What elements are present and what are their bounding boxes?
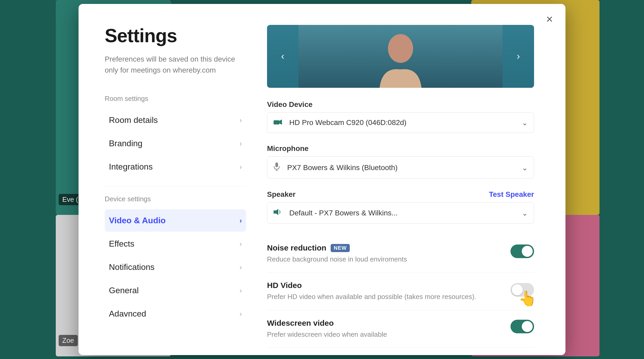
speaker-label-row: Speaker Test Speaker [267, 190, 534, 199]
close-button[interactable]: × [546, 13, 553, 25]
microphone-icon [274, 162, 280, 173]
toggle-knob [522, 246, 533, 257]
sidebar-item-label: Branding [109, 139, 142, 148]
microphone-select-wrapper: PX7 Bowers & Wilkins (Bluetooth) ⌄ [267, 156, 534, 179]
sidebar: Settings Preferences will be saved on th… [105, 25, 246, 355]
speaker-value: Default - PX7 Bowers & Wilkins... [289, 209, 398, 217]
chevron-left-icon: ‹ [281, 51, 284, 62]
chevron-right-icon: › [240, 216, 242, 225]
video-preview: ‹ › [267, 25, 534, 88]
speaker-select[interactable]: Default - PX7 Bowers & Wilkins... [267, 202, 534, 224]
toggle-knob [512, 284, 523, 295]
toggle-noise-reduction: Noise reduction NEW Reduce background no… [267, 235, 534, 273]
speaker-label: Speaker [267, 190, 296, 199]
toggle-widescreen-info: Widescreen video Prefer widescreen video… [267, 319, 500, 339]
svg-rect-3 [275, 162, 278, 167]
toggle-noise-reduction-desc: Reduce background noise in loud envirome… [267, 254, 500, 264]
speaker-icon [274, 208, 282, 217]
sidebar-item-branding[interactable]: Branding › [105, 132, 246, 155]
sidebar-item-general[interactable]: General › [105, 279, 246, 302]
sidebar-item-label: Notifications [109, 262, 154, 272]
chevron-right-icon: › [240, 286, 242, 295]
sidebar-item-label: Room details [109, 115, 158, 125]
chevron-right-icon: › [240, 263, 242, 271]
toggle-knob [522, 321, 533, 332]
sidebar-subtitle: Preferences will be saved on this device… [105, 54, 246, 76]
video-btn-right[interactable]: › [503, 25, 534, 88]
sidebar-item-label: General [109, 286, 139, 295]
modal-body: Settings Preferences will be saved on th… [79, 4, 565, 355]
microphone-value: PX7 Bowers & Wilkins (Bluetooth) [287, 164, 398, 172]
video-device-select-wrapper: HD Pro Webcam C920 (046D:082d) ⌄ [267, 112, 534, 133]
modal-overlay: × Settings Preferences will be saved on … [0, 0, 644, 359]
toggle-hd-video-desc: Prefer HD video when available and possi… [267, 292, 500, 301]
widescreen-toggle[interactable] [510, 320, 534, 333]
sidebar-item-room-details[interactable]: Room details › [105, 109, 246, 131]
svg-marker-2 [279, 119, 282, 125]
device-settings-label: Device settings [105, 195, 246, 203]
chevron-right-icon: › [240, 240, 242, 248]
toggle-widescreen: Widescreen video Prefer widescreen video… [267, 310, 534, 348]
camera-icon [274, 118, 282, 127]
svg-point-0 [388, 34, 413, 63]
svg-marker-6 [274, 209, 278, 215]
speaker-select-wrapper: Default - PX7 Bowers & Wilkins... ⌄ [267, 202, 534, 224]
toggle-mirror: Mirror Mirror your own video (self-view) [267, 348, 534, 355]
video-btn-left[interactable]: ‹ [267, 25, 298, 88]
chevron-right-icon: › [240, 310, 242, 318]
toggle-hd-video: HD Video Prefer HD video when available … [267, 273, 534, 310]
microphone-select[interactable]: PX7 Bowers & Wilkins (Bluetooth) [267, 156, 534, 179]
microphone-label: Microphone [267, 144, 534, 153]
hd-video-toggle[interactable] [510, 283, 534, 297]
video-person [267, 25, 534, 88]
sidebar-item-label: Integrations [109, 162, 153, 172]
sidebar-item-notifications[interactable]: Notifications › [105, 256, 246, 278]
room-settings-nav: Room details › Branding › Integrations › [105, 109, 246, 178]
toggle-hd-video-title: HD Video [267, 281, 500, 290]
sidebar-item-effects[interactable]: Effects › [105, 233, 246, 255]
video-device-value: HD Pro Webcam C920 (046D:082d) [289, 118, 407, 127]
toggle-widescreen-desc: Prefer widescreen video when available [267, 330, 500, 339]
chevron-right-icon: › [517, 51, 520, 62]
sidebar-item-label: Video & Audio [109, 216, 166, 225]
device-settings-nav: Video & Audio › Effects › Notifications … [105, 209, 246, 325]
sidebar-item-integrations[interactable]: Integrations › [105, 156, 246, 178]
settings-modal: × Settings Preferences will be saved on … [79, 4, 565, 355]
toggle-noise-reduction-info: Noise reduction NEW Reduce background no… [267, 243, 500, 264]
noise-reduction-toggle[interactable] [510, 244, 534, 258]
chevron-right-icon: › [240, 139, 242, 148]
sidebar-item-label: Effects [109, 239, 134, 249]
chevron-right-icon: › [240, 116, 242, 124]
video-device-select[interactable]: HD Pro Webcam C920 (046D:082d) [267, 112, 534, 133]
test-speaker-link[interactable]: Test Speaker [489, 190, 534, 199]
section-divider [105, 186, 246, 187]
room-settings-label: Room settings [105, 95, 246, 103]
sidebar-item-label: Adavnced [109, 309, 146, 319]
svg-rect-1 [274, 120, 279, 124]
content-panel: ‹ › Video Device [267, 25, 539, 355]
new-badge: NEW [331, 244, 350, 252]
person-silhouette [377, 33, 424, 88]
chevron-right-icon: › [240, 163, 242, 171]
video-device-label: Video Device [267, 100, 534, 109]
sidebar-item-video-audio[interactable]: Video & Audio › [105, 209, 246, 232]
toggle-hd-video-info: HD Video Prefer HD video when available … [267, 281, 500, 301]
toggle-widescreen-title: Widescreen video [267, 319, 500, 328]
sidebar-title: Settings [105, 25, 246, 46]
toggle-noise-reduction-title: Noise reduction NEW [267, 243, 500, 252]
sidebar-item-advanced[interactable]: Adavnced › [105, 303, 246, 325]
